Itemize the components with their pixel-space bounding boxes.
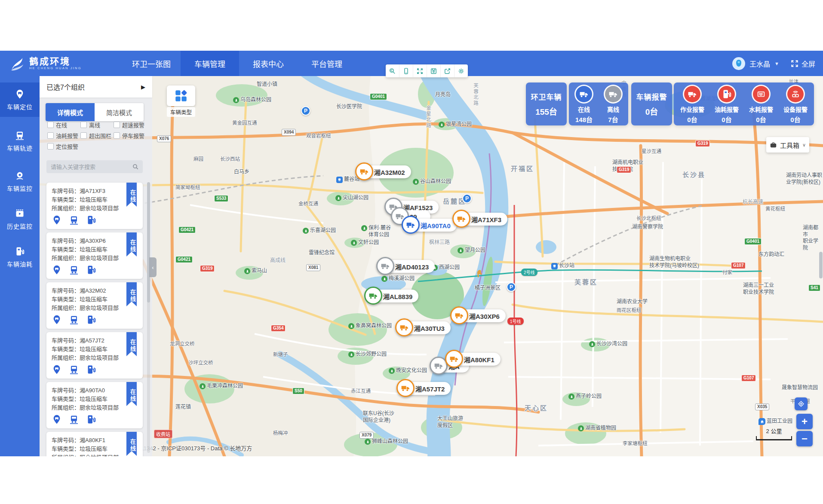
road-shield: G0421 — [178, 226, 196, 233]
filter-checkbox-1[interactable]: 离线 — [80, 121, 100, 129]
mode-tab-1[interactable]: 简洁模式 — [95, 103, 144, 121]
sidebar-item-0[interactable]: 车辆定位 — [0, 82, 40, 117]
stat-alarm-2: 水耗报警 0台 — [746, 85, 777, 124]
map-label: 长沙站 — [551, 263, 574, 269]
vehicle-marker[interactable]: 湘AD40123 — [379, 260, 435, 273]
vehicle-card-0[interactable]: 车牌号码：湘A71XF3 车辆类型：垃圾压缩车 所属组织：厨余垃圾项目部 在线 — [46, 183, 143, 229]
map-label: 莲花镇 — [175, 404, 191, 411]
map-tool-share[interactable] — [441, 64, 454, 77]
track-vehicle-button[interactable] — [69, 265, 79, 275]
filter-checkbox-5[interactable]: 停车报警 — [114, 131, 144, 140]
toolbox-button[interactable]: 工具箱 ∨ — [766, 137, 809, 153]
map-canvas[interactable]: 智道小镇乌岛森林公园长沙医学院月亮岛黄金园互通观音岩枢纽银星湾公园松雅湖湿地公园… — [40, 76, 823, 456]
vehicle-card-2[interactable]: 车牌号码：湘A32M02 车辆类型：垃圾压缩车 所属组织：厨余垃圾项目部 在线 — [46, 282, 143, 329]
filter-checkbox-4[interactable]: 超出围栏 — [80, 131, 111, 140]
scenic-statue-icon — [476, 269, 483, 280]
vehicle-marker[interactable]: 湘AL8839 — [367, 290, 418, 302]
map-label: 大王山旅游 度假区 — [437, 415, 463, 429]
fuel-vehicle-button[interactable] — [86, 265, 96, 275]
vehicle-card-4[interactable]: 车牌号码：湘A90TA0 车辆类型：垃圾压缩车 所属组织：厨余垃圾项目部 在线 — [46, 382, 143, 428]
vehicle-type-button[interactable]: 车辆类型 — [167, 86, 195, 117]
fuel-vehicle-button[interactable] — [86, 414, 96, 425]
map-label: 芙蓉区 — [574, 278, 598, 287]
map-tool-expand[interactable] — [413, 64, 427, 77]
truck-marker-icon — [452, 210, 470, 228]
map-label: 长沙北枢纽 — [636, 215, 661, 222]
vehicle-type: 垃圾压缩车 — [80, 396, 107, 402]
locate-button[interactable] — [795, 397, 808, 410]
zoom-in-button[interactable]: + — [796, 414, 813, 429]
vehicle-marker[interactable]: 湘A90TA0 — [404, 219, 457, 232]
page-scrollbar-thumb[interactable] — [819, 252, 823, 278]
org-selector[interactable]: 已选7个组织 ▶ — [40, 76, 152, 98]
vehicle-marker[interactable]: 湘A30TU3 — [398, 321, 451, 334]
vehicle-card-5[interactable]: 车牌号码：湘A80KF1 车辆类型：垃圾压缩车 所属组织：厨余垃圾项目部 在线 — [46, 432, 143, 456]
map-tool-magnifier[interactable] — [386, 64, 399, 77]
nav-item-3[interactable]: 平台管理 — [298, 51, 356, 76]
vehicle-org: 厨余垃圾项目部 — [80, 205, 119, 211]
filter-checkbox-6[interactable]: 定位报警 — [47, 142, 78, 150]
filter-checkbox-2[interactable]: 超速报警 — [114, 121, 144, 129]
locate-vehicle-button[interactable] — [52, 364, 62, 375]
park-icon — [568, 394, 574, 400]
vehicle-card-1[interactable]: 车牌号码：湘A30XP6 车辆类型：垃圾压缩车 所属组织：厨余垃圾项目部 在线 — [46, 232, 143, 279]
checkbox-icon[interactable] — [114, 122, 120, 128]
park-icon — [589, 341, 595, 347]
locate-vehicle-button[interactable] — [52, 414, 62, 425]
sidebar-item-4[interactable]: 车辆油耗 — [0, 240, 40, 274]
vehicle-marker[interactable]: 湘A80KF1 — [448, 353, 501, 366]
nav-item-1[interactable]: 车辆管理 — [181, 51, 239, 76]
nav-item-2[interactable]: 报表中心 — [239, 51, 298, 76]
checkbox-icon[interactable] — [80, 132, 87, 139]
nav-item-0[interactable]: 环卫一张图 — [122, 51, 181, 76]
search-icon[interactable] — [132, 163, 139, 170]
fullscreen-button[interactable]: 全屏 — [790, 58, 815, 69]
filter-checkbox-3[interactable]: 油耗报警 — [47, 131, 78, 140]
checkbox-icon[interactable] — [47, 122, 54, 128]
device-alarm-icon — [786, 85, 805, 104]
map-label: 雷锋纪念馆 — [309, 250, 335, 257]
fuel-vehicle-button[interactable] — [86, 364, 96, 375]
track-vehicle-button[interactable] — [69, 215, 79, 225]
park-icon — [578, 425, 584, 431]
map-label: 付家 — [722, 269, 732, 276]
vehicle-marker[interactable]: 湘A71XF3 — [455, 213, 507, 226]
zoom-out-button[interactable]: − — [796, 431, 813, 446]
checkbox-icon[interactable] — [47, 143, 54, 150]
map-label: 开福区 — [511, 165, 534, 173]
sidebar-item-3[interactable]: 历史监控 — [0, 202, 40, 236]
checkbox-icon[interactable] — [47, 132, 54, 139]
fuel-vehicle-button[interactable] — [86, 215, 96, 225]
user-name[interactable]: 王水晶 — [749, 58, 770, 69]
vehicle-marker[interactable]: 湘A32M02 — [358, 165, 411, 178]
search-input[interactable] — [46, 164, 132, 170]
filter-checkbox-0[interactable]: 在线 — [47, 121, 67, 129]
list-scrollbar-thumb[interactable] — [147, 182, 150, 302]
sidebar-item-1[interactable]: 车辆轨迹 — [0, 124, 40, 158]
locate-vehicle-button[interactable] — [52, 265, 62, 275]
map-tool-gear[interactable] — [454, 64, 468, 77]
map-tool-tablet[interactable] — [399, 64, 413, 77]
road-shield: G107 — [741, 375, 756, 382]
map-tool-save[interactable] — [427, 64, 441, 77]
fuel-icon — [86, 364, 96, 375]
sidebar-item-2[interactable]: 车辆监控 — [0, 164, 40, 199]
vehicle-marker[interactable]: 湘A30XP6 — [453, 309, 506, 322]
vehicle-card-3[interactable]: 车牌号码：湘A57JT2 车辆类型：垃圾压缩车 所属组织：厨余垃圾项目部 在线 — [46, 332, 143, 379]
user-menu-chevron-icon[interactable]: ▼ — [774, 61, 779, 66]
fuel-vehicle-button[interactable] — [86, 315, 96, 325]
park-icon — [389, 368, 395, 374]
map-label: 湖南省植物园 — [578, 425, 616, 432]
track-vehicle-button[interactable] — [69, 315, 79, 325]
track-vehicle-button[interactable] — [69, 414, 79, 425]
checkbox-icon[interactable] — [80, 122, 87, 128]
locate-vehicle-button[interactable] — [52, 315, 62, 325]
checkbox-icon[interactable] — [114, 132, 120, 139]
track-vehicle-button[interactable] — [69, 364, 79, 375]
user-avatar[interactable] — [732, 57, 745, 70]
locate-vehicle-button[interactable] — [52, 215, 62, 225]
vehicle-marker[interactable]: 湘A57JT2 — [399, 382, 451, 395]
park-icon — [348, 323, 354, 329]
panel-collapse-button[interactable]: ‹ — [149, 257, 157, 277]
mode-tab-0[interactable]: 详情模式 — [46, 103, 95, 121]
